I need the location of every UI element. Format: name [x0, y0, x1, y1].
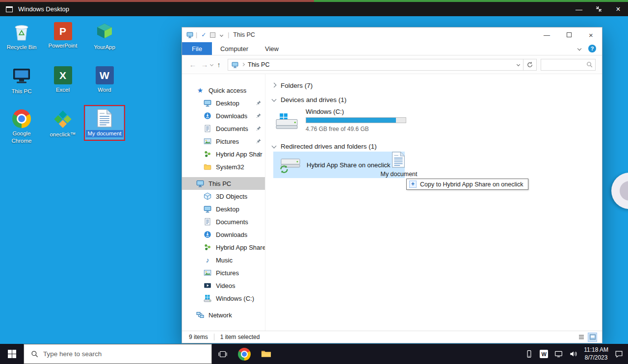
windows-logo-icon: [8, 350, 16, 358]
close-button[interactable]: ×: [608, 2, 628, 16]
desktop-icon-label: oneclick™: [50, 131, 76, 138]
sidebar-this-pc[interactable]: This PC: [182, 177, 265, 190]
pin-icon: [256, 138, 262, 144]
sidebar-group-label: Network: [209, 312, 232, 319]
ribbon-expand-chevron-icon[interactable]: [577, 47, 581, 51]
sidebar-item-desktop[interactable]: Desktop: [182, 203, 265, 215]
desktop-icon: [204, 99, 211, 107]
sidebar-item-hybrid-app-share[interactable]: Hybrid App Share o: [182, 241, 265, 254]
sidebar-item-desktop-qa[interactable]: Desktop: [182, 97, 265, 109]
group-label: Redirected drives and folders (1): [281, 143, 377, 150]
taskbar-search[interactable]: [24, 344, 212, 364]
sidebar-network[interactable]: Network: [182, 309, 265, 321]
sidebar-item-downloads[interactable]: Downloads: [182, 228, 265, 241]
tab-file[interactable]: File: [182, 42, 212, 55]
details-view-button[interactable]: [576, 333, 586, 342]
taskbar-clock[interactable]: 11:18 AM 8/7/2023: [584, 346, 608, 362]
desktop-icon-my-document[interactable]: My document: [85, 106, 124, 139]
group-label: Folders (7): [281, 82, 313, 89]
group-header-devices[interactable]: Devices and drives (1): [272, 96, 346, 104]
sidebar-item-documents[interactable]: Documents: [182, 215, 265, 228]
qat-customize-chevron-icon[interactable]: [220, 33, 223, 36]
desktop-icon-label: This PC: [12, 88, 32, 95]
system-tray: W 11:18 AM 8/7/2023: [525, 344, 628, 364]
tab-view[interactable]: View: [257, 42, 287, 55]
explorer-titlebar[interactable]: | ✓ | This PC — ×: [182, 27, 602, 42]
desktop-icon-yourapp[interactable]: YourApp: [85, 20, 124, 53]
sidebar-item-label: Videos: [216, 282, 236, 289]
sidebar-spacer: [182, 173, 265, 177]
explorer-title: This PC: [233, 31, 255, 38]
explorer-maximize-button[interactable]: [558, 27, 580, 42]
explorer-search-input[interactable]: [544, 61, 586, 68]
refresh-icon: [526, 61, 533, 68]
sidebar-item-videos[interactable]: Videos: [182, 279, 265, 292]
desktop-icon-label: YourApp: [94, 44, 115, 51]
taskbar-chrome-button[interactable]: [234, 344, 255, 364]
sidebar-item-label: 3D Objects: [216, 193, 247, 200]
chrome-icon: [12, 109, 31, 128]
sidebar-item-3d-objects[interactable]: 3D Objects: [182, 190, 265, 203]
explorer-search-box[interactable]: [541, 59, 596, 71]
explorer-minimize-button[interactable]: —: [536, 27, 558, 42]
large-icons-view-button[interactable]: [588, 333, 597, 342]
back-button[interactable]: ←: [187, 60, 199, 69]
display-tray-icon[interactable]: [554, 350, 563, 358]
task-view-button[interactable]: [212, 344, 234, 364]
sidebar-item-documents-qa[interactable]: Documents: [182, 122, 265, 135]
recycle-bin-icon: [12, 22, 31, 42]
pictures-icon: [204, 137, 211, 145]
w-app-tray-icon[interactable]: W: [540, 350, 548, 358]
outer-titlebar[interactable]: Windows Desktop — ×: [0, 2, 628, 16]
up-button[interactable]: ↑: [213, 61, 225, 69]
group-header-redirected[interactable]: Redirected drives and folders (1): [272, 143, 377, 150]
notifications-icon[interactable]: [615, 350, 623, 358]
qat-properties-icon[interactable]: [210, 32, 215, 38]
chevron-down-icon[interactable]: [272, 97, 277, 102]
desktop-icon-google-chrome[interactable]: Google Chrome: [2, 107, 41, 147]
sidebar-item-system32[interactable]: System32: [182, 160, 265, 173]
desktop-icon-powerpoint[interactable]: P PowerPoint: [44, 20, 82, 52]
phone-tray-icon[interactable]: [525, 350, 533, 358]
volume-icon[interactable]: [569, 350, 577, 358]
desktop-icon-word[interactable]: W Word: [85, 64, 124, 96]
drive-usage-bar: [306, 117, 406, 123]
desktop-icon-excel[interactable]: X Excel: [44, 64, 82, 96]
desktop-icon-label: Google Chrome: [3, 130, 40, 145]
restore-button[interactable]: [589, 2, 608, 16]
desktop-icon-oneclick[interactable]: oneclick™: [44, 107, 82, 140]
qat-check-icon[interactable]: ✓: [201, 31, 206, 38]
pin-icon: [256, 113, 262, 119]
forward-button[interactable]: →: [199, 60, 210, 69]
desktop-icon-this-pc[interactable]: This PC: [2, 64, 41, 97]
chevron-right-icon[interactable]: [272, 83, 277, 88]
tab-computer[interactable]: Computer: [212, 42, 257, 55]
sidebar-group-label: This PC: [209, 180, 231, 187]
sidebar-item-pictures[interactable]: Pictures: [182, 266, 265, 279]
chevron-down-icon[interactable]: [272, 144, 277, 149]
start-button[interactable]: [0, 344, 24, 364]
taskbar-search-input[interactable]: [43, 350, 211, 358]
explorer-close-button[interactable]: ×: [580, 27, 602, 42]
help-icon[interactable]: ?: [588, 45, 596, 52]
search-icon: [586, 61, 593, 68]
group-header-folders[interactable]: Folders (7): [272, 82, 313, 89]
address-dropdown-chevron-icon[interactable]: [517, 63, 520, 66]
desktop-icon-recycle-bin[interactable]: Recycle Bin: [2, 20, 41, 53]
sidebar-item-label: Desktop: [216, 100, 239, 107]
sidebar-item-windows-c[interactable]: Windows (C:): [182, 292, 265, 305]
view-buttons: [576, 333, 597, 342]
sidebar-item-label: Downloads: [216, 231, 247, 238]
address-bar[interactable]: This PC: [228, 59, 523, 71]
taskbar-explorer-button[interactable]: [255, 344, 277, 364]
minimize-button[interactable]: —: [569, 2, 589, 16]
refresh-button[interactable]: [523, 59, 537, 71]
content-pane[interactable]: Folders (7) Devices and drives (1) Windo…: [265, 74, 602, 331]
sidebar-item-downloads-qa[interactable]: Downloads: [182, 109, 265, 122]
sidebar-quick-access[interactable]: ★ Quick access: [182, 84, 265, 97]
sidebar-item-music[interactable]: ♪ Music: [182, 254, 265, 266]
titlebar-separator: |: [228, 31, 229, 38]
sidebar-item-pictures-qa[interactable]: Pictures: [182, 135, 265, 148]
drive-windows-c-item[interactable]: Windows (C:) 4.76 GB free of 49.6 GB: [275, 108, 413, 138]
sidebar-item-hybrid-app-share-qa[interactable]: Hybrid App Shar: [182, 148, 265, 160]
